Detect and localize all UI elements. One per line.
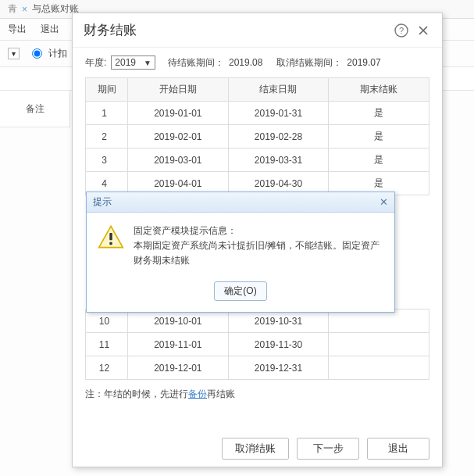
warning-icon [98, 224, 124, 250]
cell-end: 2019-02-28 [228, 125, 329, 149]
cell-closed: 是 [329, 125, 429, 149]
chevron-down-icon: ▼ [144, 59, 151, 67]
alert-line2: 本期固定资产系统尚未计提折旧/摊销，不能结账。固定资产财务期未结账 [134, 238, 383, 268]
alert-dialog: 提示 ✕ 固定资产模块提示信息： 本期固定资产系统尚未计提折旧/摊销，不能结账。… [86, 191, 395, 313]
cell-start: 2019-10-01 [128, 310, 229, 333]
alert-text: 固定资产模块提示信息： 本期固定资产系统尚未计提折旧/摊销，不能结账。固定资产财… [134, 224, 383, 269]
periods-table-bottom: 10 2019-10-01 2019-10-31 11 2019-11-01 2… [85, 309, 429, 380]
table-row[interactable]: 2 2019-02-01 2019-02-28 是 [86, 125, 429, 149]
col-start: 开始日期 [128, 78, 229, 102]
svg-rect-3 [109, 233, 112, 240]
table-row[interactable]: 3 2019-03-01 2019-03-31 是 [86, 149, 429, 172]
export-button[interactable]: 导出 [8, 23, 27, 36]
cell-closed: 是 [329, 149, 429, 172]
cell-start: 2019-03-01 [128, 149, 229, 172]
pending-value: 2019.08 [229, 57, 262, 68]
svg-rect-4 [109, 242, 112, 245]
cell-period: 11 [86, 333, 128, 356]
svg-text:?: ? [399, 26, 404, 35]
col-closed: 期末结账 [329, 78, 429, 102]
cell-period: 12 [86, 356, 128, 380]
table-row[interactable]: 12 2019-12-01 2019-12-31 [86, 356, 429, 380]
year-value: 2019 [115, 57, 136, 68]
cell-period: 10 [86, 310, 128, 333]
ok-button[interactable]: 确定(O) [214, 281, 266, 301]
cell-start: 2019-01-01 [128, 102, 229, 125]
cell-start: 2019-11-01 [128, 333, 229, 356]
tab-title: 青 [8, 2, 17, 16]
cell-end: 2019-11-30 [228, 333, 329, 356]
alert-title: 提示 [93, 195, 112, 209]
close-icon[interactable]: ✕ [380, 196, 388, 208]
close-icon[interactable] [415, 23, 431, 38]
cell-closed [329, 356, 429, 380]
pending-label: 待结账期间： [168, 56, 224, 70]
table-row[interactable]: 1 2019-01-01 2019-01-31 是 [86, 102, 429, 125]
chevron-down-icon[interactable]: ▾ [8, 48, 20, 59]
cell-closed [329, 310, 429, 333]
remark-header: 备注 [0, 91, 70, 127]
cell-start: 2019-12-01 [128, 356, 229, 380]
exit-button[interactable]: 退出 [367, 438, 429, 460]
cancel-close-button[interactable]: 取消结账 [222, 438, 289, 460]
note-row: 注：年结的时候，先进行备份再结账 [85, 388, 429, 401]
cell-period: 3 [86, 149, 128, 172]
year-select[interactable]: 2019 ▼ [111, 55, 155, 70]
help-icon[interactable]: ? [394, 23, 409, 38]
cell-end: 2019-03-31 [228, 149, 329, 172]
periods-table-top: 期间 开始日期 结束日期 期末结账 1 2019-01-01 2019-01-3… [85, 77, 429, 195]
note-suffix: 再结账 [207, 388, 235, 399]
alert-header: 提示 ✕ [87, 192, 394, 213]
dialog-title: 财务结账 [84, 21, 387, 39]
year-row: 年度: 2019 ▼ 待结账期间： 2019.08 取消结账期间： 2019.0… [85, 52, 429, 73]
table-header-row: 期间 开始日期 结束日期 期末结账 [86, 78, 429, 102]
plan-radio-label: 计扣 [48, 47, 67, 60]
cell-end: 2019-01-31 [228, 102, 329, 125]
plan-radio[interactable] [32, 48, 42, 59]
note-prefix: 注：年结的时候，先进行 [85, 388, 188, 399]
alert-line1: 固定资产模块提示信息： [134, 224, 383, 238]
backup-link[interactable]: 备份 [188, 388, 207, 399]
col-period: 期间 [86, 78, 128, 102]
cell-start: 2019-02-01 [128, 125, 229, 149]
table-row[interactable]: 11 2019-11-01 2019-11-30 [86, 333, 429, 356]
close-icon[interactable]: × [22, 4, 27, 15]
table-row[interactable]: 10 2019-10-01 2019-10-31 [86, 310, 429, 333]
year-label: 年度: [85, 56, 106, 70]
cell-closed [329, 333, 429, 356]
cell-end: 2019-10-31 [228, 310, 329, 333]
dialog-footer: 取消结账 下一步 退出 [73, 431, 442, 467]
col-end: 结束日期 [228, 78, 329, 102]
cancel-period-value: 2019.07 [347, 57, 380, 68]
dialog-header: 财务结账 ? [73, 13, 442, 48]
exit-button[interactable]: 退出 [41, 23, 59, 36]
cell-end: 2019-12-31 [228, 356, 329, 380]
cancel-period-label: 取消结账期间： [276, 56, 342, 70]
cell-period: 2 [86, 125, 128, 149]
cell-period: 1 [86, 102, 128, 125]
next-button[interactable]: 下一步 [297, 438, 359, 460]
cell-closed: 是 [329, 102, 429, 125]
